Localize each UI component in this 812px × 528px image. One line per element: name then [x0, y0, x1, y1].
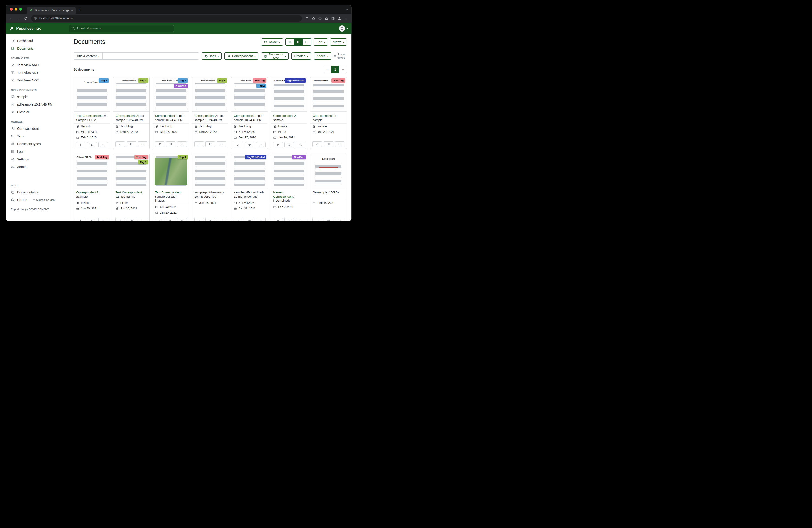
- sidebar-item-github[interactable]: GitHub Suggest an idea: [6, 196, 69, 204]
- browser-profile-icon[interactable]: [338, 17, 341, 20]
- search-input[interactable]: [77, 27, 171, 30]
- created-filter-button[interactable]: Created: [291, 53, 311, 60]
- correspondent-link[interactable]: Correspondent 2: [273, 114, 296, 117]
- edit-button[interactable]: [115, 141, 125, 147]
- edit-button[interactable]: [313, 141, 322, 147]
- sidebar-item-logs[interactable]: Logs: [6, 148, 69, 155]
- detail-view-button[interactable]: [303, 38, 311, 45]
- extensions-icon[interactable]: [325, 17, 328, 20]
- document-card[interactable]: Lorem ipsum file-sample_150kBs Feb 15, 2…: [310, 154, 347, 221]
- document-card[interactable]: sample-pdf-download-10-mb copy_red Jan 2…: [192, 154, 229, 221]
- document-card[interactable]: A Simple PDF File Test Tag Correspondent…: [74, 154, 110, 221]
- view-button[interactable]: [166, 141, 175, 147]
- sort-button[interactable]: Sort: [314, 38, 328, 45]
- document-card[interactable]: Adobe Acrobat PDF Files Test TagTag 2 Co…: [231, 77, 268, 149]
- document-thumbnail[interactable]: Tag 3: [153, 154, 189, 188]
- document-thumbnail[interactable]: TagWithPartial: [231, 154, 267, 188]
- document-thumbnail[interactable]: Adobe Acrobat PDF Files Tag 3: [192, 77, 229, 112]
- download-button[interactable]: [256, 142, 265, 147]
- tag-badge-tagwithpartial[interactable]: TagWithPartial: [245, 155, 266, 159]
- view-button[interactable]: [284, 142, 294, 147]
- document-card[interactable]: TagWithPartial sample-pdf-download-10-mb…: [231, 154, 268, 221]
- select-button[interactable]: Select: [261, 38, 283, 45]
- edit-button[interactable]: [233, 218, 243, 221]
- added-filter-button[interactable]: Added: [314, 53, 331, 60]
- view-button[interactable]: [323, 218, 333, 221]
- tag-badge-tag-2[interactable]: Tag 2: [177, 79, 188, 83]
- sidebar-item-test-view-any[interactable]: Test View ANY: [6, 69, 69, 76]
- tags-filter-button[interactable]: Tags: [202, 53, 222, 60]
- tab-close-icon[interactable]: [71, 8, 73, 12]
- sidebar-item-documents[interactable]: Documents: [6, 45, 69, 52]
- view-button[interactable]: [87, 142, 97, 147]
- edit-button[interactable]: [76, 218, 85, 221]
- download-button[interactable]: [217, 218, 226, 221]
- document-thumbnail[interactable]: Adobe Acrobat PDF Files Test TagTag 2: [231, 77, 267, 112]
- tag-badge-tag-3[interactable]: Tag 3: [138, 160, 148, 165]
- view-button[interactable]: [87, 218, 97, 221]
- document-thumbnail[interactable]: Lorem ipsum: [310, 154, 347, 188]
- sidebar-link-suggest-an-idea[interactable]: Suggest an idea: [33, 199, 55, 201]
- document-card[interactable]: A Simple PDF File TagWithPartial Corresp…: [271, 77, 307, 149]
- edit-button[interactable]: [155, 218, 164, 221]
- view-button[interactable]: [245, 218, 255, 221]
- download-button[interactable]: [295, 142, 305, 147]
- view-button[interactable]: [323, 141, 333, 147]
- close-window-button[interactable]: [10, 8, 13, 11]
- document-thumbnail[interactable]: NewOne: [271, 154, 307, 188]
- edit-button[interactable]: [233, 142, 243, 147]
- download-button[interactable]: [137, 141, 147, 147]
- tag-badge-tag-3[interactable]: Tag 3: [177, 155, 188, 159]
- current-page-button[interactable]: 1: [331, 66, 339, 73]
- view-button[interactable]: [245, 142, 255, 147]
- title-content-dropdown[interactable]: Title & content: [74, 53, 103, 60]
- document-card[interactable]: Test TagTag 3 Test Correspondent: sample…: [113, 154, 150, 221]
- document-thumbnail[interactable]: [192, 154, 229, 188]
- download-button[interactable]: [98, 142, 108, 147]
- user-menu[interactable]: [339, 25, 348, 32]
- correspondent-link[interactable]: Test Correspondent: [76, 114, 102, 117]
- app-brand[interactable]: Paperless-ngx: [10, 26, 69, 31]
- sidebar-item-correspondents[interactable]: Correspondents: [6, 125, 69, 132]
- edit-button[interactable]: [115, 218, 125, 221]
- correspondent-link[interactable]: Correspondent 2: [76, 191, 99, 194]
- correspondent-link[interactable]: Correspondent 2: [234, 114, 256, 117]
- document-type-filter-button[interactable]: Document type: [261, 53, 289, 60]
- download-button[interactable]: [177, 218, 187, 221]
- correspondent-link[interactable]: Correspondent 2: [155, 114, 177, 117]
- tag-badge-tag-3[interactable]: Tag 3: [138, 79, 148, 83]
- address-bar[interactable]: localhost:4200/documents: [31, 15, 302, 22]
- correspondent-filter-button[interactable]: Correspondent: [224, 53, 258, 60]
- download-button[interactable]: [98, 218, 108, 221]
- views-button[interactable]: Views: [330, 38, 347, 45]
- minimize-window-button[interactable]: [15, 8, 17, 11]
- share-icon[interactable]: [305, 17, 309, 20]
- tag-badge-test-tag[interactable]: Test Tag: [95, 155, 109, 159]
- sidebar-item-test-view-and[interactable]: Test View AND: [6, 61, 69, 69]
- site-info-icon[interactable]: [34, 16, 37, 20]
- new-tab-button[interactable]: [79, 8, 81, 12]
- list-view-button[interactable]: [285, 38, 294, 45]
- edit-button[interactable]: [155, 141, 164, 147]
- forward-button[interactable]: [17, 16, 20, 20]
- download-button[interactable]: [295, 218, 305, 221]
- back-button[interactable]: [10, 16, 13, 20]
- tag-badge-newone[interactable]: NewOne: [292, 155, 306, 159]
- sidebar-item-test-view-not[interactable]: Test View NOT: [6, 76, 69, 84]
- tag-badge-tag-3[interactable]: Tag 3: [217, 79, 227, 83]
- correspondent-link[interactable]: Test Correspondent: [155, 191, 181, 194]
- view-button[interactable]: [166, 218, 175, 221]
- edit-button[interactable]: [194, 141, 204, 147]
- correspondent-link[interactable]: Correspondent 2: [313, 114, 335, 117]
- tag-badge-test-tag[interactable]: Test Tag: [332, 79, 345, 83]
- reload-button[interactable]: [24, 16, 28, 20]
- avatar[interactable]: [339, 25, 345, 32]
- maximize-window-button[interactable]: [19, 8, 22, 11]
- edit-button[interactable]: [76, 142, 85, 147]
- edit-button[interactable]: [194, 218, 204, 221]
- correspondent-link[interactable]: Correspondent 2: [194, 114, 217, 117]
- sidebar-item-tags[interactable]: Tags: [6, 132, 69, 140]
- sidebar-item-sample[interactable]: sample: [6, 93, 69, 101]
- download-button[interactable]: [335, 141, 345, 147]
- document-card[interactable]: Lorem Ipsum Tag 2 Test Correspondent: A …: [74, 77, 110, 149]
